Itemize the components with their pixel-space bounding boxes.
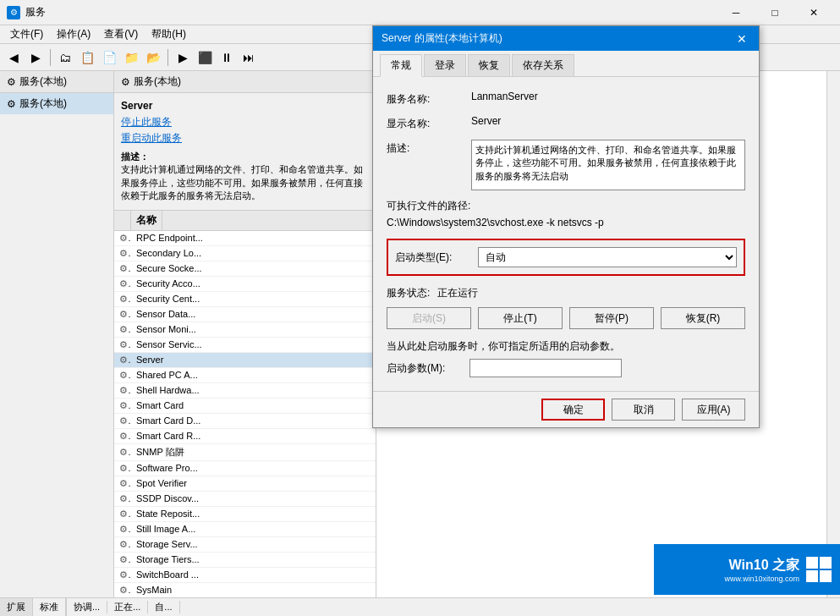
pause-button[interactable]: 暂停(P) [569,307,654,329]
display-name-label: 显示名称: [387,115,471,131]
params-label: 启动参数(M): [387,361,463,376]
display-name-row: 显示名称: Server [387,115,745,131]
status-section: 服务状态: 正在运行 启动(S) 停止(T) 暂停(P) 恢复(R) [387,286,745,329]
status-row: 服务状态: 正在运行 [387,286,745,300]
ok-button[interactable]: 确定 [541,399,605,421]
tab-dependencies[interactable]: 依存关系 [512,54,574,76]
service-name-value: LanmanServer [471,91,745,102]
tab-login[interactable]: 登录 [424,54,466,76]
path-label: 可执行文件的路径: [387,199,745,213]
startup-type-label: 启动类型(E): [395,250,471,265]
cancel-button[interactable]: 取消 [612,399,675,421]
dialog-body: 服务名称: LanmanServer 显示名称: Server 描述: 支持此计… [373,77,759,391]
dialog-close-button[interactable]: ✕ [733,32,750,46]
resume-button[interactable]: 恢复(R) [661,307,745,329]
description-label: 描述: [387,140,471,156]
service-action-buttons: 启动(S) 停止(T) 暂停(P) 恢复(R) [387,307,745,329]
description-textarea[interactable]: 支持此计算机通过网络的文件、打印、和命名管道共享。如果服务停止，这些功能不可用。… [471,140,745,190]
dialog-tabs: 常规 登录 恢复 依存关系 [373,51,759,77]
params-input[interactable] [469,359,622,377]
status-value: 正在运行 [437,286,478,300]
status-label: 服务状态: [387,286,437,300]
path-section: 可执行文件的路径: C:\Windows\system32\svchost.ex… [387,199,745,228]
service-name-row: 服务名称: LanmanServer [387,91,745,107]
params-section: 当从此处启动服务时，你可指定所适用的启动参数。 启动参数(M): [387,339,745,377]
path-value: C:\Windows\system32\svchost.exe -k netsv… [387,217,745,228]
dialog-title-text: Server 的属性(本地计算机) [382,31,502,46]
description-row: 描述: 支持此计算机通过网络的文件、打印、和命名管道共享。如果服务停止，这些功能… [387,140,745,190]
apply-button[interactable]: 应用(A) [682,399,745,421]
dialog-footer: 确定 取消 应用(A) [373,391,759,427]
startup-type-section: 启动类型(E): 自动 自动(延迟启动) 手动 禁用 [387,239,745,276]
start-button[interactable]: 启动(S) [387,307,471,329]
params-row: 启动参数(M): [387,359,745,377]
dialog-title-bar: Server 的属性(本地计算机) ✕ [373,26,759,51]
display-name-value: Server [471,115,745,127]
startup-type-select[interactable]: 自动 自动(延迟启动) 手动 禁用 [478,247,737,267]
params-hint: 当从此处启动服务时，你可指定所适用的启动参数。 [387,339,745,354]
properties-dialog: Server 的属性(本地计算机) ✕ 常规 登录 恢复 依存关系 服务名称: … [372,25,760,428]
stop-button[interactable]: 停止(T) [478,307,563,329]
dialog-overlay: Server 的属性(本地计算机) ✕ 常规 登录 恢复 依存关系 服务名称: … [0,0,840,616]
startup-type-row: 启动类型(E): 自动 自动(延迟启动) 手动 禁用 [395,247,737,267]
tab-recovery[interactable]: 恢复 [468,54,510,76]
tab-general[interactable]: 常规 [380,54,422,77]
service-name-label: 服务名称: [387,91,471,107]
